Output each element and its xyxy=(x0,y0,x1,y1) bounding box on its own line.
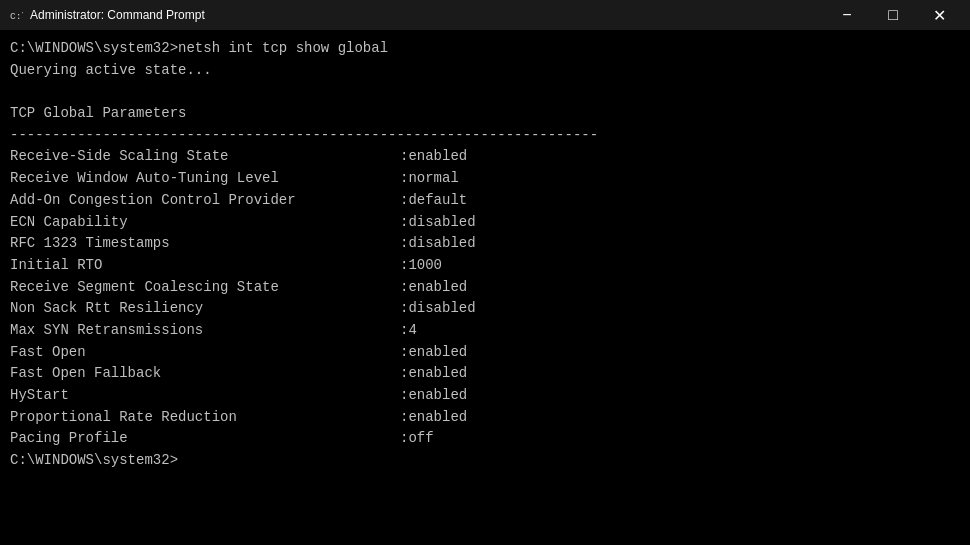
param-separator: : xyxy=(400,233,408,255)
prompt-line: C:\WINDOWS\system32>netsh int tcp show g… xyxy=(10,38,960,60)
param-separator: : xyxy=(400,190,408,212)
param-row: Receive Segment Coalescing State : enabl… xyxy=(10,277,960,299)
heading-line: TCP Global Parameters xyxy=(10,103,960,125)
param-separator: : xyxy=(400,255,408,277)
maximize-button[interactable]: □ xyxy=(870,0,916,30)
param-row: Fast Open Fallback : enabled xyxy=(10,363,960,385)
title-bar: C:\ Administrator: Command Prompt − □ ✕ xyxy=(0,0,970,30)
param-name: RFC 1323 Timestamps xyxy=(10,233,400,255)
param-row: Fast Open : enabled xyxy=(10,342,960,364)
param-separator: : xyxy=(400,277,408,299)
divider-line: ----------------------------------------… xyxy=(10,125,960,147)
param-value: disabled xyxy=(408,212,475,234)
minimize-button[interactable]: − xyxy=(824,0,870,30)
title-bar-text: Administrator: Command Prompt xyxy=(30,8,824,22)
param-separator: : xyxy=(400,168,408,190)
cmd-icon: C:\ xyxy=(8,7,24,23)
param-name: Fast Open xyxy=(10,342,400,364)
close-button[interactable]: ✕ xyxy=(916,0,962,30)
param-row: RFC 1323 Timestamps : disabled xyxy=(10,233,960,255)
param-value: normal xyxy=(408,168,458,190)
param-name: Pacing Profile xyxy=(10,428,400,450)
param-row: Pacing Profile : off xyxy=(10,428,960,450)
param-value: 4 xyxy=(408,320,416,342)
param-row: Non Sack Rtt Resiliency : disabled xyxy=(10,298,960,320)
param-name: Max SYN Retransmissions xyxy=(10,320,400,342)
param-value: enabled xyxy=(408,277,467,299)
param-row: Receive Window Auto-Tuning Level : norma… xyxy=(10,168,960,190)
param-separator: : xyxy=(400,212,408,234)
param-value: enabled xyxy=(408,342,467,364)
param-name: Receive Window Auto-Tuning Level xyxy=(10,168,400,190)
final-prompt: C:\WINDOWS\system32> xyxy=(10,450,960,472)
svg-text:C:\: C:\ xyxy=(10,11,23,22)
param-value: 1000 xyxy=(408,255,442,277)
param-value: disabled xyxy=(408,233,475,255)
param-name: HyStart xyxy=(10,385,400,407)
param-separator: : xyxy=(400,146,408,168)
params-list: Receive-Side Scaling State : enabledRece… xyxy=(10,146,960,450)
param-separator: : xyxy=(400,320,408,342)
param-value: enabled xyxy=(408,146,467,168)
param-value: off xyxy=(408,428,433,450)
param-row: Initial RTO : 1000 xyxy=(10,255,960,277)
param-name: Initial RTO xyxy=(10,255,400,277)
param-name: Receive-Side Scaling State xyxy=(10,146,400,168)
param-name: ECN Capability xyxy=(10,212,400,234)
blank-line xyxy=(10,81,960,103)
param-separator: : xyxy=(400,385,408,407)
param-separator: : xyxy=(400,298,408,320)
param-separator: : xyxy=(400,428,408,450)
param-row: Add-On Congestion Control Provider : def… xyxy=(10,190,960,212)
param-value: enabled xyxy=(408,385,467,407)
param-name: Non Sack Rtt Resiliency xyxy=(10,298,400,320)
param-name: Fast Open Fallback xyxy=(10,363,400,385)
param-row: Proportional Rate Reduction : enabled xyxy=(10,407,960,429)
title-bar-controls: − □ ✕ xyxy=(824,0,962,30)
param-separator: : xyxy=(400,342,408,364)
querying-line: Querying active state... xyxy=(10,60,960,82)
param-row: ECN Capability : disabled xyxy=(10,212,960,234)
console-body: C:\WINDOWS\system32>netsh int tcp show g… xyxy=(0,30,970,545)
param-name: Proportional Rate Reduction xyxy=(10,407,400,429)
param-value: enabled xyxy=(408,363,467,385)
param-value: enabled xyxy=(408,407,467,429)
param-row: Max SYN Retransmissions : 4 xyxy=(10,320,960,342)
param-value: default xyxy=(408,190,467,212)
param-separator: : xyxy=(400,407,408,429)
param-row: Receive-Side Scaling State : enabled xyxy=(10,146,960,168)
param-row: HyStart : enabled xyxy=(10,385,960,407)
param-name: Add-On Congestion Control Provider xyxy=(10,190,400,212)
param-separator: : xyxy=(400,363,408,385)
param-name: Receive Segment Coalescing State xyxy=(10,277,400,299)
param-value: disabled xyxy=(408,298,475,320)
